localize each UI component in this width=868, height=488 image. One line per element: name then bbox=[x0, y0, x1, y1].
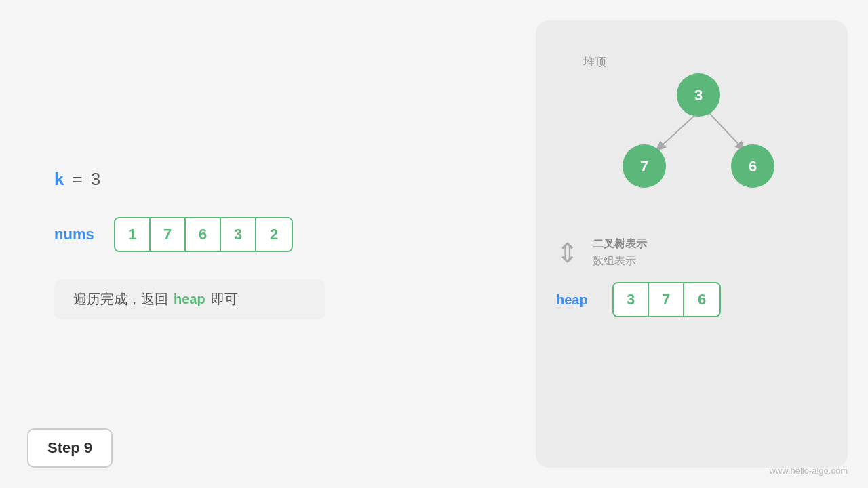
k-label: k bbox=[54, 169, 64, 190]
main-container: k = 3 nums 1 7 6 3 2 遍历完成，返回 heap 即可 堆顶 bbox=[0, 0, 868, 488]
edge-root-left bbox=[656, 112, 698, 150]
nums-array: 1 7 6 3 2 bbox=[114, 217, 293, 252]
message-prefix: 遍历完成，返回 bbox=[73, 290, 168, 308]
node-left-text: 7 bbox=[640, 158, 648, 175]
nums-label: nums bbox=[54, 226, 95, 243]
edge-root-right bbox=[708, 112, 745, 150]
k-equals: = bbox=[72, 169, 82, 190]
heap-label: heap bbox=[556, 292, 593, 308]
array-cell-3: 3 bbox=[221, 218, 256, 251]
heap-cell-2: 6 bbox=[684, 283, 719, 316]
message-box: 遍历完成，返回 heap 即可 bbox=[54, 279, 326, 319]
k-row: k = 3 bbox=[54, 169, 481, 190]
bottom-section: ⇕ 二叉树表示 数组表示 heap 3 7 6 bbox=[556, 230, 827, 317]
array-cell-2: 6 bbox=[186, 218, 221, 251]
message-suffix: 即可 bbox=[211, 290, 238, 308]
toggle-icon[interactable]: ⇕ bbox=[556, 237, 579, 268]
nums-row: nums 1 7 6 3 2 bbox=[54, 217, 481, 252]
tree-svg: 3 7 6 bbox=[556, 41, 827, 230]
watermark: www.hello-algo.com bbox=[769, 466, 848, 476]
array-cell-1: 7 bbox=[151, 218, 186, 251]
toggle-labels: 二叉树表示 数组表示 bbox=[593, 237, 647, 268]
right-panel: 堆顶 3 7 6 bbox=[536, 20, 848, 468]
array-cell-0: 1 bbox=[115, 218, 151, 251]
left-panel: k = 3 nums 1 7 6 3 2 遍历完成，返回 heap 即可 bbox=[0, 0, 536, 488]
tree-section: 堆顶 3 7 6 bbox=[556, 41, 827, 230]
array-cell-4: 2 bbox=[256, 218, 292, 251]
toggle-label-array[interactable]: 数组表示 bbox=[593, 254, 647, 268]
toggle-row: ⇕ 二叉树表示 数组表示 bbox=[556, 237, 827, 268]
heap-array: 3 7 6 bbox=[612, 282, 721, 317]
k-value: 3 bbox=[91, 169, 100, 190]
heap-cell-1: 7 bbox=[649, 283, 684, 316]
node-root-text: 3 bbox=[694, 87, 703, 104]
step-button[interactable]: Step 9 bbox=[27, 428, 113, 468]
toggle-label-binary[interactable]: 二叉树表示 bbox=[593, 237, 647, 251]
heap-array-row: heap 3 7 6 bbox=[556, 282, 827, 317]
node-right-text: 6 bbox=[749, 158, 757, 175]
heap-cell-0: 3 bbox=[614, 283, 649, 316]
message-heap: heap bbox=[174, 291, 205, 307]
